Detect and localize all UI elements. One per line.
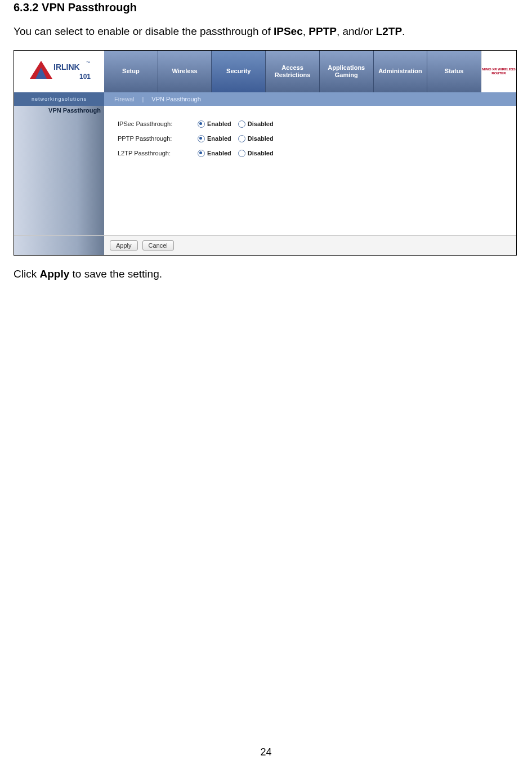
radio-label-pptp-enabled: Enabled [207, 135, 231, 142]
radio-pptp-disabled[interactable] [238, 135, 245, 142]
brand-logo: IRLINK 101 ™ [14, 51, 104, 92]
intro-end: . [402, 25, 405, 37]
radio-label-l2tp-enabled: Enabled [207, 150, 231, 156]
intro-sep1: , [303, 25, 309, 37]
intro-bold-l2tp: L2TP [376, 25, 402, 37]
airlink-logo-icon: IRLINK 101 ™ [25, 56, 93, 87]
intro-bold-pptp: PPTP [309, 25, 337, 37]
radio-ipsec-disabled[interactable] [238, 120, 245, 128]
product-badge: MIMO XR WIRELESS ROUTER [481, 68, 516, 75]
apply-button[interactable]: Apply [110, 240, 138, 250]
outro-bold-apply: Apply [39, 268, 69, 280]
tab-wireless[interactable]: Wireless [158, 51, 212, 92]
row-l2tp: L2TP Passthrough: Enabled Disabled [118, 146, 503, 160]
section-heading: 6.3.2 VPN Passthrough [14, 1, 518, 14]
intro-bold-ipsec: IPSec [274, 25, 303, 37]
radio-label-l2tp-disabled: Disabled [248, 150, 274, 156]
tab-security[interactable]: Security [212, 51, 266, 92]
tab-status[interactable]: Status [427, 51, 481, 92]
svg-text:IRLINK: IRLINK [53, 62, 80, 71]
radio-l2tp-disabled[interactable] [238, 150, 245, 157]
radio-l2tp-enabled[interactable] [198, 150, 205, 157]
router-admin-screenshot: IRLINK 101 ™ Setup Wireless Security Acc… [14, 50, 517, 256]
tab-access-restrictions[interactable]: Access Restrictions [266, 51, 320, 92]
intro-text: You can select to enable or disable the … [14, 25, 274, 37]
svg-text:™: ™ [86, 61, 90, 65]
outro-post: to save the setting. [69, 268, 162, 280]
tab-setup[interactable]: Setup [104, 51, 158, 92]
sidebar-section-label: VPN Passthrough [48, 107, 101, 114]
subtab-vpn-passthrough[interactable]: VPN Passthrough [151, 96, 200, 102]
subtab-separator: | [142, 96, 144, 102]
label-l2tp: L2TP Passthrough: [118, 150, 191, 156]
label-ipsec: IPSec Passthrough: [118, 120, 191, 127]
radio-label-ipsec-disabled: Disabled [248, 120, 274, 127]
brand-tagline: networkingsolutions [14, 92, 104, 106]
row-pptp: PPTP Passthrough: Enabled Disabled [118, 132, 503, 145]
tab-applications-gaming[interactable]: Applications Gaming [320, 51, 374, 92]
label-pptp: PPTP Passthrough: [118, 135, 191, 142]
radio-ipsec-enabled[interactable] [198, 120, 205, 128]
cancel-button[interactable]: Cancel [142, 240, 174, 250]
intro-paragraph: You can select to enable or disable the … [14, 25, 518, 38]
radio-label-ipsec-enabled: Enabled [207, 120, 231, 127]
radio-label-pptp-disabled: Disabled [248, 135, 274, 142]
svg-text:101: 101 [79, 73, 91, 80]
subtab-firewall[interactable]: Firewal [114, 96, 134, 102]
intro-sep2: , and/or [337, 25, 376, 37]
outro-paragraph: Click Apply to save the setting. [14, 268, 518, 280]
page-number: 24 [0, 746, 532, 758]
tab-administration[interactable]: Administration [374, 51, 428, 92]
radio-pptp-enabled[interactable] [198, 135, 205, 142]
outro-pre: Click [14, 268, 39, 280]
row-ipsec: IPSec Passthrough: Enabled Disabled [118, 117, 503, 131]
